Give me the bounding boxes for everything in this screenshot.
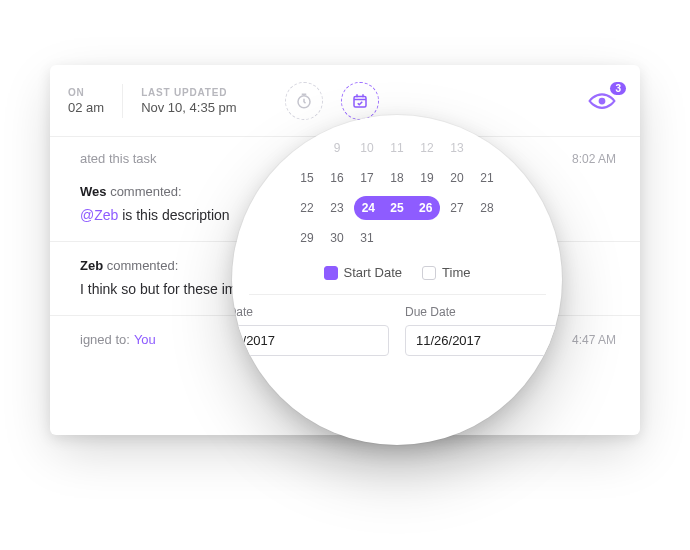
- watchers-button[interactable]: 3: [582, 87, 622, 115]
- meta-label-updated: LAST UPDATED: [141, 87, 236, 98]
- start-date-checkbox[interactable]: Start Date: [324, 265, 403, 280]
- meta-last-updated: LAST UPDATED Nov 10, 4:35 pm: [141, 87, 236, 115]
- created-ts: 8:02 AM: [572, 152, 640, 166]
- schedule-button[interactable]: [341, 82, 379, 120]
- svg-rect-1: [354, 96, 366, 107]
- meta-label-created: ON: [68, 87, 104, 98]
- calendar-day[interactable]: 23: [324, 201, 350, 215]
- calendar-day[interactable]: 15: [294, 171, 320, 185]
- assigned-ts: 4:47 AM: [572, 333, 640, 347]
- calendar-day[interactable]: 20: [444, 171, 470, 185]
- calendar-day[interactable]: 17: [354, 171, 380, 185]
- comment-2-verb: commented:: [107, 258, 179, 273]
- checkbox-on-icon: [324, 266, 338, 280]
- time-checkbox-label: Time: [442, 265, 470, 280]
- timer-button[interactable]: [285, 82, 323, 120]
- created-text: ated this task: [80, 151, 157, 166]
- calendar-day[interactable]: 10: [354, 141, 380, 155]
- range-day: 26: [419, 201, 432, 215]
- comment-1-text: is this description: [118, 207, 229, 223]
- calendar-selected-range[interactable]: 24 25 26: [354, 196, 440, 220]
- calendar-day[interactable]: 28: [474, 201, 500, 215]
- calendar-day[interactable]: 12: [414, 141, 440, 155]
- calendar-day[interactable]: 21: [474, 171, 500, 185]
- start-date-field: Start Date: [232, 305, 389, 356]
- watchers-badge: 3: [610, 82, 626, 95]
- due-date-input[interactable]: [405, 325, 562, 356]
- calendar-day[interactable]: 22: [294, 201, 320, 215]
- eye-icon: [588, 92, 616, 110]
- calendar-day[interactable]: 11: [384, 141, 410, 155]
- start-date-checkbox-label: Start Date: [344, 265, 403, 280]
- assigned-prefix: igned to:: [80, 332, 130, 347]
- calendar-icon: [351, 92, 369, 110]
- meta-value-updated: Nov 10, 4:35 pm: [141, 100, 236, 115]
- calendar-day[interactable]: 29: [294, 231, 320, 245]
- calendar-day[interactable]: 9: [324, 141, 350, 155]
- date-picker-popover: 9 10 11 12 13 15 16 17 18 19 20 21 22 23…: [232, 115, 562, 445]
- due-date-field: Due Date: [405, 305, 562, 356]
- comment-1-author: Wes: [80, 184, 107, 199]
- calendar-grid: 9 10 11 12 13 15 16 17 18 19 20 21 22 23…: [294, 135, 500, 251]
- calendar-options: Start Date Time: [324, 265, 471, 280]
- range-day: 24: [362, 201, 375, 215]
- comment-2-author: Zeb: [80, 258, 103, 273]
- mention-link[interactable]: @Zeb: [80, 207, 118, 223]
- calendar-day[interactable]: 16: [324, 171, 350, 185]
- range-day: 25: [390, 201, 403, 215]
- calendar-day[interactable]: 18: [384, 171, 410, 185]
- assigned-to-link[interactable]: You: [134, 332, 156, 347]
- start-date-input[interactable]: [232, 325, 389, 356]
- meta-value-created: 02 am: [68, 100, 104, 115]
- checkbox-off-icon: [422, 266, 436, 280]
- calendar-day[interactable]: 13: [444, 141, 470, 155]
- calendar-day[interactable]: 31: [354, 231, 380, 245]
- meta-created-on: ON 02 am: [68, 87, 104, 115]
- calendar-day[interactable]: 27: [444, 201, 470, 215]
- calendar-day[interactable]: 19: [414, 171, 440, 185]
- due-date-label: Due Date: [405, 305, 562, 319]
- clock-icon: [295, 92, 313, 110]
- divider: [122, 84, 123, 118]
- divider: [249, 294, 546, 295]
- svg-point-2: [599, 97, 606, 104]
- calendar-day[interactable]: 30: [324, 231, 350, 245]
- start-date-label: Start Date: [232, 305, 389, 319]
- comment-1-verb: commented:: [110, 184, 182, 199]
- time-checkbox[interactable]: Time: [422, 265, 470, 280]
- date-fields: Start Date Due Date: [232, 305, 562, 356]
